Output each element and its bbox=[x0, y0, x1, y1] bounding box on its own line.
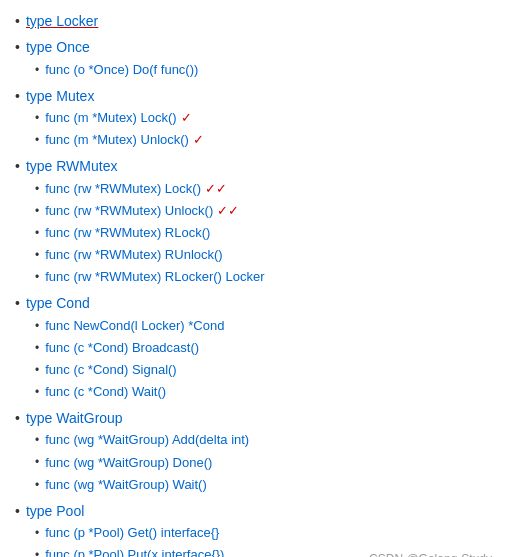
type-label[interactable]: type Locker bbox=[15, 10, 502, 32]
func-item[interactable]: func (c *Cond) Wait() bbox=[35, 381, 502, 403]
func-list: func (wg *WaitGroup) Add(delta int)func … bbox=[35, 429, 502, 495]
func-item[interactable]: func (rw *RWMutex) Lock() ✓✓ bbox=[35, 178, 502, 200]
func-list: func (o *Once) Do(f func()) bbox=[35, 59, 502, 81]
type-label[interactable]: type RWMutex bbox=[15, 155, 502, 177]
type-group-type-mutex: type Mutexfunc (m *Mutex) Lock() ✓func (… bbox=[15, 85, 502, 152]
watermark: CSDN @Golang-Study bbox=[369, 552, 492, 557]
func-list: func NewCond(l Locker) *Condfunc (c *Con… bbox=[35, 315, 502, 403]
type-group-type-once: type Oncefunc (o *Once) Do(f func()) bbox=[15, 36, 502, 80]
func-item[interactable]: func (rw *RWMutex) RLock() bbox=[35, 222, 502, 244]
func-item[interactable]: func (p *Pool) Get() interface{} bbox=[35, 522, 502, 544]
func-item[interactable]: func (rw *RWMutex) Unlock() ✓✓ bbox=[35, 200, 502, 222]
type-group-type-pool: type Poolfunc (p *Pool) Get() interface{… bbox=[15, 500, 502, 557]
type-label[interactable]: type Mutex bbox=[15, 85, 502, 107]
type-group-type-cond: type Condfunc NewCond(l Locker) *Condfun… bbox=[15, 292, 502, 403]
type-label[interactable]: type Pool bbox=[15, 500, 502, 522]
func-item[interactable]: func (m *Mutex) Unlock() ✓ bbox=[35, 129, 502, 151]
func-item[interactable]: func (wg *WaitGroup) Add(delta int) bbox=[35, 429, 502, 451]
func-item[interactable]: func (m *Mutex) Lock() ✓ bbox=[35, 107, 502, 129]
func-list: func (m *Mutex) Lock() ✓func (m *Mutex) … bbox=[35, 107, 502, 151]
type-group-type-rwmutex: type RWMutexfunc (rw *RWMutex) Lock() ✓✓… bbox=[15, 155, 502, 288]
type-group-type-locker: type Locker bbox=[15, 10, 502, 32]
main-content: type Lockertype Oncefunc (o *Once) Do(f … bbox=[15, 10, 502, 557]
type-label[interactable]: type WaitGroup bbox=[15, 407, 502, 429]
type-label[interactable]: type Once bbox=[15, 36, 502, 58]
func-item[interactable]: func (wg *WaitGroup) Wait() bbox=[35, 474, 502, 496]
func-item[interactable]: func (rw *RWMutex) RLocker() Locker bbox=[35, 266, 502, 288]
type-label[interactable]: type Cond bbox=[15, 292, 502, 314]
type-list: type Lockertype Oncefunc (o *Once) Do(f … bbox=[15, 10, 502, 557]
func-item[interactable]: func (rw *RWMutex) RUnlock() bbox=[35, 244, 502, 266]
func-item[interactable]: func (o *Once) Do(f func()) bbox=[35, 59, 502, 81]
func-item[interactable]: func (c *Cond) Broadcast() bbox=[35, 337, 502, 359]
func-list: func (rw *RWMutex) Lock() ✓✓func (rw *RW… bbox=[35, 178, 502, 288]
func-item[interactable]: func NewCond(l Locker) *Cond bbox=[35, 315, 502, 337]
type-group-type-waitgroup: type WaitGroupfunc (wg *WaitGroup) Add(d… bbox=[15, 407, 502, 496]
func-item[interactable]: func (wg *WaitGroup) Done() bbox=[35, 452, 502, 474]
func-item[interactable]: func (c *Cond) Signal() bbox=[35, 359, 502, 381]
